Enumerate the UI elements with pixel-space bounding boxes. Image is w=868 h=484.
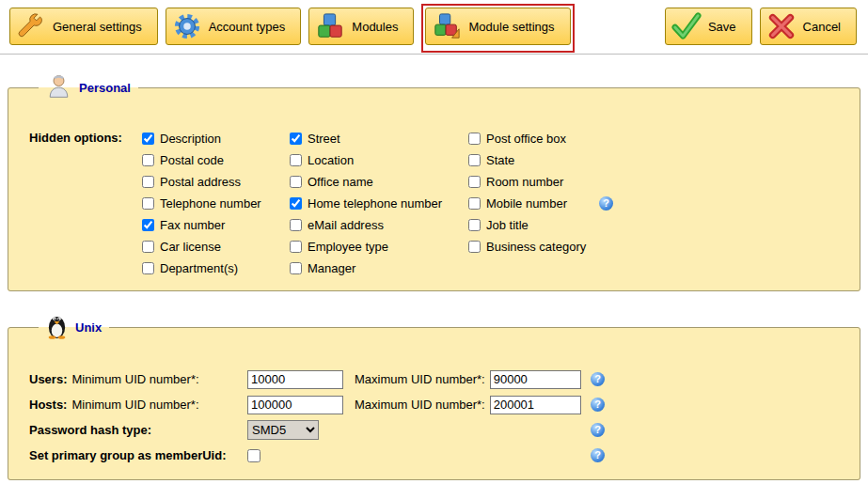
option-label: Location bbox=[308, 153, 354, 167]
option-checkbox[interactable] bbox=[290, 176, 302, 188]
option-checkbox[interactable] bbox=[290, 197, 302, 210]
help-icon[interactable]: ? bbox=[591, 448, 605, 462]
option-checkbox[interactable] bbox=[468, 133, 481, 145]
help-icon[interactable]: ? bbox=[591, 423, 605, 437]
personal-section-title: Personal bbox=[79, 81, 131, 95]
checkbox-item[interactable]: Postal code bbox=[142, 149, 290, 171]
cross-icon bbox=[766, 11, 797, 41]
unix-section: Unix Users:Minimum UID number*: Maximum … bbox=[8, 312, 860, 480]
checkbox-item[interactable]: Job title bbox=[468, 214, 613, 236]
option-checkbox[interactable] bbox=[142, 176, 154, 188]
unix-settings: Users:Minimum UID number*: Maximum UID n… bbox=[29, 355, 841, 468]
save-button[interactable]: Save bbox=[665, 8, 752, 45]
hidden-options-row: Hidden options: Description Postal code … bbox=[29, 115, 841, 279]
checkbox-item[interactable]: Post office box bbox=[468, 128, 613, 149]
checkbox-item[interactable]: Fax number bbox=[142, 214, 290, 236]
option-checkbox[interactable] bbox=[142, 262, 154, 274]
hosts-uid-row: Hosts:Minimum UID number*: Maximum UID n… bbox=[29, 392, 605, 417]
module-settings-button[interactable]: Module settings bbox=[425, 8, 570, 45]
option-label: Room number bbox=[486, 175, 563, 189]
hidden-options-column-3: Post office box State Room number Mobile… bbox=[468, 128, 613, 279]
option-checkbox[interactable] bbox=[142, 219, 154, 231]
option-label: Department(s) bbox=[160, 261, 238, 275]
checkmark-icon bbox=[671, 11, 702, 41]
option-checkbox[interactable] bbox=[468, 219, 481, 231]
users-min-uid-input[interactable] bbox=[247, 370, 343, 389]
option-checkbox[interactable] bbox=[290, 262, 302, 274]
users-max-uid-input[interactable] bbox=[490, 370, 581, 389]
cubes-settings-icon bbox=[432, 11, 462, 41]
option-checkbox[interactable] bbox=[468, 176, 481, 188]
hosts-max-uid-input[interactable] bbox=[490, 396, 581, 414]
personal-section-legend: Personal bbox=[39, 73, 138, 101]
personal-section: Personal Hidden options: Description Pos… bbox=[8, 73, 860, 291]
hidden-options-column-2: Street Location Office name Home telepho… bbox=[290, 128, 468, 279]
option-checkbox[interactable] bbox=[290, 154, 302, 166]
option-checkbox[interactable] bbox=[290, 133, 302, 145]
modules-label: Modules bbox=[352, 20, 398, 34]
checkbox-item[interactable]: Telephone number bbox=[142, 193, 290, 214]
checkbox-item[interactable]: Office name bbox=[290, 171, 468, 193]
person-icon bbox=[46, 73, 71, 101]
checkbox-item[interactable]: Postal address bbox=[142, 171, 290, 193]
checkbox-item[interactable]: Room number bbox=[468, 171, 613, 193]
modules-button[interactable]: Modules bbox=[308, 8, 414, 45]
help-icon[interactable]: ? bbox=[599, 196, 613, 211]
wrench-icon bbox=[16, 11, 46, 41]
checkbox-item[interactable]: eMail address bbox=[290, 214, 468, 236]
account-types-button[interactable]: Account types bbox=[166, 8, 302, 45]
cancel-label: Cancel bbox=[803, 20, 841, 34]
save-label: Save bbox=[708, 20, 736, 34]
checkbox-item[interactable]: Department(s) bbox=[142, 258, 290, 279]
option-checkbox[interactable] bbox=[468, 241, 481, 253]
option-label: Post office box bbox=[486, 132, 566, 146]
checkbox-item[interactable]: Description bbox=[142, 128, 290, 149]
option-label: Postal address bbox=[160, 175, 241, 189]
gear-icon bbox=[172, 11, 202, 41]
option-checkbox[interactable] bbox=[142, 241, 154, 253]
member-uid-row: Set primary group as memberUid: ? bbox=[29, 443, 605, 468]
hosts-min-uid-label: Minimum UID number*: bbox=[71, 398, 198, 412]
checkbox-item[interactable]: Location bbox=[290, 149, 468, 171]
cancel-button[interactable]: Cancel bbox=[760, 8, 857, 45]
option-label: Manager bbox=[308, 261, 355, 275]
cubes-icon bbox=[315, 11, 345, 41]
password-hash-select[interactable]: SMD5 bbox=[247, 420, 319, 440]
option-checkbox[interactable] bbox=[142, 197, 154, 210]
option-label: Home telephone number bbox=[308, 196, 442, 211]
option-label: Office name bbox=[308, 175, 373, 189]
checkbox-item[interactable]: Car license bbox=[142, 236, 290, 258]
users-max-uid-label: Maximum UID number*: bbox=[355, 372, 485, 386]
option-label: Mobile number bbox=[486, 196, 567, 211]
option-checkbox[interactable] bbox=[468, 154, 481, 166]
help-icon[interactable]: ? bbox=[591, 372, 605, 386]
hosts-max-uid-label: Maximum UID number*: bbox=[355, 398, 485, 412]
checkbox-item[interactable]: State bbox=[468, 149, 613, 171]
option-label: Telephone number bbox=[160, 196, 261, 211]
checkbox-item[interactable]: Home telephone number bbox=[290, 193, 468, 214]
hosts-min-uid-input[interactable] bbox=[247, 396, 343, 414]
option-checkbox[interactable] bbox=[468, 197, 481, 210]
option-label: State bbox=[486, 153, 514, 167]
checkbox-item[interactable]: Manager bbox=[290, 258, 468, 279]
unix-section-title: Unix bbox=[75, 320, 102, 335]
option-label: Fax number bbox=[160, 218, 225, 232]
option-label: Employee type bbox=[308, 240, 388, 254]
checkbox-item[interactable]: Business category bbox=[468, 236, 613, 258]
option-checkbox[interactable] bbox=[142, 154, 154, 166]
option-checkbox[interactable] bbox=[142, 133, 154, 145]
option-checkbox[interactable] bbox=[290, 219, 302, 231]
users-min-uid-label: Minimum UID number*: bbox=[71, 372, 198, 386]
general-settings-button[interactable]: General settings bbox=[9, 8, 158, 45]
hidden-options-columns: Description Postal code Postal address T… bbox=[142, 128, 613, 279]
checkbox-item[interactable]: Street bbox=[290, 128, 468, 149]
member-uid-checkbox[interactable] bbox=[247, 449, 260, 462]
hidden-options-label: Hidden options: bbox=[29, 128, 142, 145]
checkbox-item[interactable]: Mobile number ? bbox=[468, 193, 613, 214]
users-uid-lead: Users:Minimum UID number*: bbox=[29, 372, 247, 386]
password-hash-label: Password hash type: bbox=[29, 423, 151, 437]
option-checkbox[interactable] bbox=[290, 241, 302, 253]
help-icon[interactable]: ? bbox=[591, 398, 605, 412]
active-tab-highlight: Module settings bbox=[421, 4, 574, 53]
checkbox-item[interactable]: Employee type bbox=[290, 236, 468, 258]
